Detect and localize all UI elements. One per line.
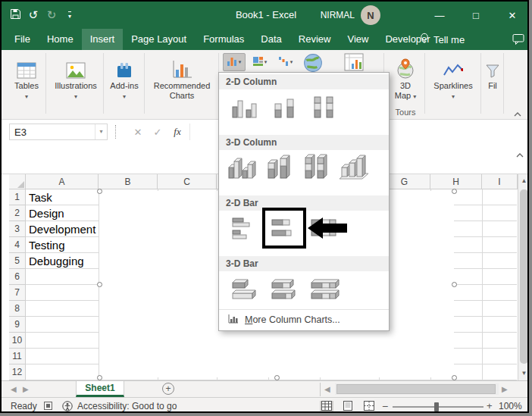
- macro-record-button[interactable]: [44, 402, 52, 412]
- horizontal-scroll-thumb[interactable]: [336, 384, 496, 394]
- insert-waterfall-chart-button[interactable]: ▾: [274, 53, 297, 71]
- formula-bar-expand-button[interactable]: [512, 145, 527, 162]
- row-header-10[interactable]: 10: [9, 333, 26, 349]
- tab-formulas[interactable]: Formulas: [195, 29, 252, 50]
- filters-group[interactable]: Fil: [483, 53, 502, 117]
- tab-nav-right-icon[interactable]: ▶: [23, 381, 29, 397]
- row-header-5[interactable]: 5: [9, 253, 26, 269]
- tell-me-button[interactable]: Tell me: [420, 29, 465, 50]
- row-header-9[interactable]: 9: [9, 317, 26, 333]
- gridline: [482, 189, 483, 380]
- tab-insert[interactable]: Insert: [82, 29, 124, 50]
- col-header-c[interactable]: C: [158, 174, 217, 189]
- zoom-out-button[interactable]: −: [382, 398, 388, 413]
- resize-handle[interactable]: [97, 189, 102, 194]
- select-all-corner[interactable]: [9, 174, 26, 189]
- row-header-3[interactable]: 3: [9, 221, 26, 237]
- zoom-level[interactable]: 100%: [499, 398, 522, 413]
- qat-customize-button[interactable]: ▾: [61, 2, 79, 29]
- avatar[interactable]: N: [361, 5, 380, 25]
- accessibility-icon[interactable]: [62, 401, 73, 413]
- chart-type-3d-clustered-column-icon[interactable]: [225, 153, 258, 182]
- name-box[interactable]: E3 ▾: [9, 124, 108, 140]
- chart-type-3d-stacked-column-icon[interactable]: [262, 153, 296, 182]
- tables-button[interactable]: Tables ▾: [8, 53, 45, 117]
- cancel-button[interactable]: ✕: [129, 124, 147, 140]
- hscroll-right-icon[interactable]: ▶: [502, 381, 508, 397]
- hscroll-left-icon[interactable]: ◀: [324, 381, 330, 397]
- waterfall-chart-icon: [279, 55, 289, 69]
- chart-type-3d-clustered-bar-icon[interactable]: [228, 274, 261, 303]
- minimize-button[interactable]: —: [421, 2, 458, 29]
- chart-type-stacked-column-icon[interactable]: [268, 92, 301, 121]
- resize-handle[interactable]: [274, 375, 280, 380]
- maximize-button[interactable]: □: [458, 2, 494, 29]
- tab-view[interactable]: View: [339, 29, 377, 50]
- vertical-scroll-thumb[interactable]: [520, 189, 528, 364]
- tab-data[interactable]: Data: [252, 29, 289, 50]
- user-name[interactable]: NIRMAL: [321, 2, 355, 29]
- redo-button[interactable]: ↻: [42, 2, 61, 29]
- addins-button[interactable]: Add-ins ▾: [108, 53, 141, 117]
- chart-type-3d-100-stacked-column-icon[interactable]: [299, 153, 333, 182]
- view-page-break-button[interactable]: [362, 401, 376, 413]
- row-header-6[interactable]: 6: [9, 269, 26, 285]
- col-header-a[interactable]: A: [26, 174, 99, 189]
- col-header-h[interactable]: H: [430, 174, 482, 189]
- add-sheet-button[interactable]: +: [162, 383, 174, 395]
- chart-type-3d-stacked-bar-icon[interactable]: [268, 274, 301, 303]
- undo-button[interactable]: ↺: [24, 2, 42, 29]
- resize-handle[interactable]: [452, 375, 457, 380]
- resize-handle[interactable]: [97, 375, 102, 380]
- chart-type-3d-100-stacked-bar-icon[interactable]: [307, 274, 340, 303]
- chart-type-3d-column-icon[interactable]: [336, 153, 370, 182]
- vertical-scrollbar[interactable]: ▲ ▼: [518, 174, 529, 380]
- pivotchart-button[interactable]: [344, 53, 364, 74]
- col-header-i[interactable]: I: [482, 174, 518, 189]
- chart-type-clustered-column-icon[interactable]: [228, 92, 261, 121]
- tab-page-layout[interactable]: Page Layout: [123, 29, 195, 50]
- resize-handle[interactable]: [452, 282, 457, 287]
- tab-home[interactable]: Home: [39, 29, 82, 50]
- close-button[interactable]: ✕: [494, 2, 529, 29]
- row-header-1[interactable]: 1: [9, 189, 26, 205]
- chart-type-clustered-bar-icon[interactable]: [228, 214, 261, 242]
- accessibility-status[interactable]: Accessibility: Good to go: [77, 398, 177, 413]
- sheet-tab-sheet1[interactable]: Sheet1: [76, 381, 124, 397]
- resize-handle[interactable]: [452, 189, 457, 194]
- chart-type-100-stacked-column-icon[interactable]: [307, 92, 340, 121]
- chevron-down-icon: ▾: [49, 92, 103, 102]
- scroll-up-icon[interactable]: ▲: [518, 174, 529, 188]
- view-normal-button[interactable]: [320, 401, 333, 413]
- row-header-7[interactable]: 7: [9, 285, 26, 301]
- insert-hierarchy-chart-button[interactable]: ▾: [249, 53, 271, 71]
- tab-review[interactable]: Review: [290, 29, 340, 50]
- row-header-11[interactable]: 11: [9, 349, 26, 364]
- view-page-layout-button[interactable]: [341, 401, 355, 413]
- column-chart-icon: [227, 55, 237, 69]
- tab-file[interactable]: File: [6, 29, 39, 50]
- chevron-down-icon[interactable]: ▾: [95, 124, 107, 139]
- insert-column-or-bar-chart-button[interactable]: ▾: [223, 53, 246, 71]
- scroll-down-icon[interactable]: ▼: [518, 367, 529, 380]
- col-header-b[interactable]: B: [99, 174, 158, 189]
- illustrations-button[interactable]: Illustrations ▾: [49, 53, 103, 117]
- comment-icon[interactable]: [512, 33, 524, 48]
- tab-nav-left-icon[interactable]: ◀: [11, 381, 17, 397]
- resize-handle[interactable]: [97, 282, 102, 287]
- formula-bar-handle[interactable]: [115, 125, 116, 139]
- enter-button[interactable]: ✓: [149, 124, 167, 140]
- zoom-slider-thumb[interactable]: [434, 402, 439, 411]
- row-header-4[interactable]: 4: [9, 237, 26, 253]
- row-header-2[interactable]: 2: [9, 205, 26, 221]
- sparklines-button[interactable]: Sparklines ▾: [426, 53, 480, 117]
- chevron-down-icon: ▾: [68, 11, 71, 20]
- insert-function-button[interactable]: fx: [168, 124, 186, 140]
- recommended-charts-button[interactable]: Recommended Charts: [147, 53, 217, 117]
- row-header-8[interactable]: 8: [9, 301, 26, 317]
- zoom-in-button[interactable]: +: [487, 398, 493, 413]
- more-column-charts-item[interactable]: More Column Charts...: [219, 309, 389, 329]
- row-header-12[interactable]: 12: [9, 364, 26, 380]
- save-button[interactable]: [6, 2, 24, 29]
- ribbon-collapse-button[interactable]: [511, 108, 524, 118]
